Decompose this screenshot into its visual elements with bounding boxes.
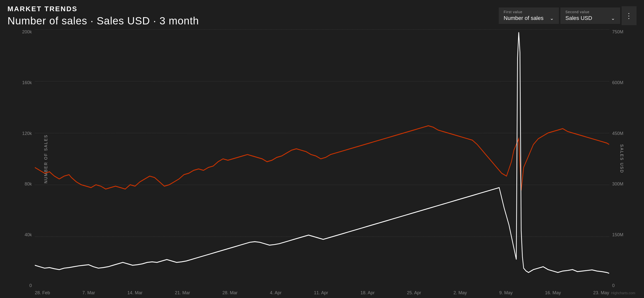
y-axis-left: NUMBER OF SALES 200k 160k 120k 80k 40k 0 [8,29,35,288]
first-value-inner: Number of sales ⌄ [504,15,554,22]
y-left-tick-5: 0 [29,283,32,288]
y-right-tick-0: 750M [612,29,623,35]
x-tick-2: 14. Mar [127,290,142,295]
chart-wrapper: NUMBER OF SALES 200k 160k 120k 80k 40k 0 [8,29,636,295]
y-left-tick-0: 200k [22,29,32,35]
second-value-inner: Sales USD ⌄ [566,15,615,22]
y-left-tick-3: 80k [25,181,32,187]
x-tick-12: 23. May [593,290,609,295]
x-tick-7: 18. Apr [360,290,374,295]
chart-subtitle: Number of sales · Sales USD · 3 month [8,15,199,27]
header-row: MARKET TRENDS Number of sales · Sales US… [8,5,636,27]
more-options-button[interactable]: ⋮ [622,6,636,25]
x-tick-9: 2. May [454,290,467,295]
x-axis: 28. Feb 7. Mar 14. Mar 21. Mar 28. Mar 4… [35,288,609,295]
second-value-text: Sales USD [566,15,592,22]
x-tick-11: 16. May [545,290,561,295]
x-tick-1: 7. Mar [82,290,95,295]
x-tick-0: 28. Feb [35,290,50,295]
chart-main [35,29,609,288]
second-value-selector[interactable]: Second value Sales USD ⌄ [560,8,620,24]
page-container: MARKET TRENDS Number of sales · Sales US… [0,0,644,298]
first-value-arrow-icon: ⌄ [550,15,554,21]
x-tick-8: 25. Apr [407,290,421,295]
second-value-label: Second value [566,10,615,14]
y-left-tick-4: 40k [25,232,32,237]
y-right-tick-1: 600M [612,80,623,85]
highcharts-credit: Highcharts.com [611,291,635,295]
x-tick-3: 21. Mar [175,290,190,295]
controls-section: First value Number of sales ⌄ Second val… [499,6,636,25]
chart-svg [35,29,609,288]
first-value-text: Number of sales [504,15,544,22]
second-value-arrow-icon: ⌄ [611,15,615,21]
x-tick-4: 28. Mar [222,290,238,295]
more-icon: ⋮ [625,12,633,20]
x-tick-6: 11. Apr [314,290,328,295]
first-value-label: First value [504,10,554,14]
chart-inner: NUMBER OF SALES 200k 160k 120k 80k 40k 0 [8,29,636,288]
y-left-tick-1: 160k [22,80,32,85]
red-line [35,126,609,190]
y-right-tick-5: 0 [612,283,615,288]
title-section: MARKET TRENDS Number of sales · Sales US… [8,5,199,27]
y-axis-right: SALES USD 750M 600M 450M 300M 150M 0 [609,29,636,288]
app-title: MARKET TRENDS [8,5,199,13]
x-tick-10: 9. May [499,290,513,295]
x-tick-5: 4. Apr [270,290,282,295]
y-axis-right-label: SALES USD [619,128,624,190]
first-value-selector[interactable]: First value Number of sales ⌄ [499,8,559,24]
y-left-tick-2: 120k [22,131,32,136]
white-line [35,32,609,273]
y-right-tick-4: 150M [612,232,623,237]
